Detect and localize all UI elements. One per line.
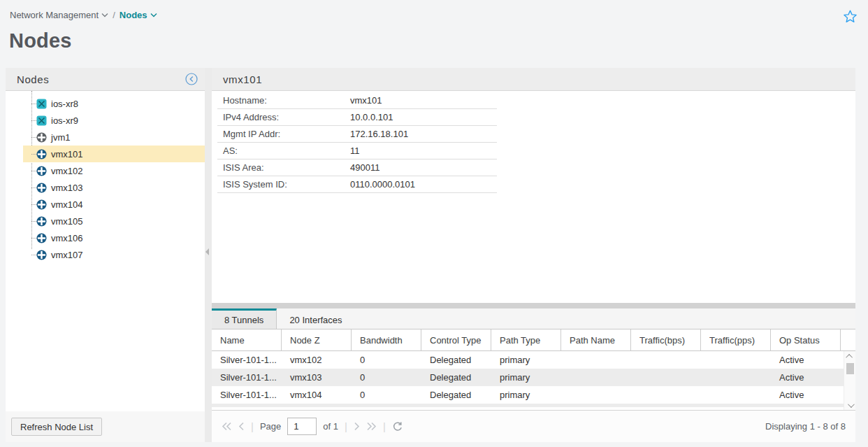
field-row-as: AS: 11 xyxy=(217,143,497,159)
cell-control-type: Delegated xyxy=(421,390,491,400)
field-value: 0110.0000.0101 xyxy=(350,179,415,190)
table-scrollbar[interactable] xyxy=(844,351,855,410)
first-page-icon[interactable] xyxy=(222,422,232,431)
field-label: Hostname: xyxy=(217,95,350,106)
detail-panel-title: vmx101 xyxy=(223,73,262,85)
column-header-traffic-bps[interactable]: Traffic(bps) xyxy=(631,329,701,350)
field-row-isis-system-id: ISIS System ID: 0110.0000.0101 xyxy=(217,176,497,193)
column-header-path-name[interactable]: Path Name xyxy=(561,329,631,350)
breadcrumb-current[interactable]: Nodes xyxy=(120,10,157,20)
refresh-table-icon[interactable] xyxy=(392,421,403,432)
cell-bandwidth: 0 xyxy=(352,372,421,383)
tree-node-vmx103[interactable]: vmx103 xyxy=(6,179,205,196)
juniper-router-icon xyxy=(36,233,47,243)
tree-node-vmx106[interactable]: vmx106 xyxy=(6,229,205,246)
juniper-router-icon xyxy=(36,216,47,227)
horizontal-splitter[interactable] xyxy=(212,303,855,308)
node-detail-panel: vmx101 Hostname: vmx101 IPv4 Address: 10… xyxy=(212,68,855,442)
tree-node-label: vmx105 xyxy=(51,216,83,227)
page-label: Page xyxy=(260,421,281,432)
column-header-traffic-pps[interactable]: Traffic(pps) xyxy=(701,329,771,350)
breadcrumb: Network Management / Nodes xyxy=(10,10,157,20)
cisco-router-icon xyxy=(36,115,47,126)
breadcrumb-parent[interactable]: Network Management xyxy=(10,10,108,20)
tree-node-vmx101[interactable]: vmx101 xyxy=(6,146,205,162)
tree-node-label: ios-xr8 xyxy=(51,99,78,109)
cell-control-type: Delegated xyxy=(421,355,491,365)
tree-node-label: vmx104 xyxy=(51,199,83,210)
last-page-icon[interactable] xyxy=(366,422,377,431)
field-label: ISIS System ID: xyxy=(217,179,350,190)
cell-name: Silver-101-1... xyxy=(212,355,282,365)
field-row-ipv4: IPv4 Address: 10.0.0.101 xyxy=(217,109,497,126)
juniper-router-icon xyxy=(36,199,47,210)
field-label: AS: xyxy=(217,146,350,156)
juniper-router-icon xyxy=(36,166,47,176)
nodes-panel-footer: Refresh Node List xyxy=(6,411,205,442)
page-header: Network Management / Nodes Nodes xyxy=(0,0,868,68)
tree-node-label: vmx101 xyxy=(51,149,83,159)
tree-node-label: vmx106 xyxy=(51,233,83,243)
column-header-op-status[interactable]: Op Status xyxy=(771,329,841,350)
favorite-star-icon[interactable] xyxy=(843,9,858,24)
collapse-panel-icon[interactable] xyxy=(185,73,198,85)
field-row-isis-area: ISIS Area: 490011 xyxy=(217,159,497,176)
prev-page-icon[interactable] xyxy=(238,422,245,431)
chevron-down-icon xyxy=(101,13,108,17)
clipped-table-row xyxy=(212,404,844,407)
juniper-router-icon xyxy=(36,149,47,159)
column-header-path-type[interactable]: Path Type xyxy=(491,329,561,350)
tab-tunnels[interactable]: 8 Tunnels xyxy=(212,308,277,329)
next-page-icon[interactable] xyxy=(354,422,360,431)
tunnels-table-body: Silver-101-1... vmx102 0 Delegated prima… xyxy=(212,351,855,410)
juniper-router-icon xyxy=(36,183,47,193)
toolbar-divider: | xyxy=(383,420,386,432)
scroll-up-icon[interactable] xyxy=(844,351,856,361)
cell-node-z: vmx104 xyxy=(282,390,352,400)
tab-interfaces[interactable]: 20 Interfaces xyxy=(277,308,354,329)
cell-op-status: Active xyxy=(771,390,841,400)
cell-path-type: primary xyxy=(491,390,561,400)
main-content: Nodes ios-xr8 ios-xr9 jvm1 vmx101 xyxy=(6,68,855,442)
column-header-bandwidth[interactable]: Bandwidth xyxy=(352,329,421,350)
displaying-status: Displaying 1 - 8 of 8 xyxy=(765,421,846,432)
field-row-mgmt-ip: Mgmt IP Addr: 172.16.18.101 xyxy=(217,126,497,143)
page-of-label: of 1 xyxy=(323,421,338,432)
breadcrumb-parent-label: Network Management xyxy=(10,10,99,20)
tree-node-jvm1[interactable]: jvm1 xyxy=(6,129,205,146)
tree-node-label: jvm1 xyxy=(51,132,70,143)
cell-name: Silver-101-1... xyxy=(212,390,282,400)
cell-node-z: vmx102 xyxy=(282,355,352,365)
table-row[interactable]: Silver-101-1... vmx102 0 Delegated prima… xyxy=(212,351,855,369)
field-value: 11 xyxy=(350,146,360,156)
page-title: Nodes xyxy=(9,29,72,52)
tree-node-vmx105[interactable]: vmx105 xyxy=(6,213,205,229)
scrollbar-thumb[interactable] xyxy=(846,363,854,374)
toolbar-divider: | xyxy=(345,420,347,432)
table-row[interactable]: Silver-101-1... vmx104 0 Delegated prima… xyxy=(212,386,855,404)
field-value: 172.16.18.101 xyxy=(350,129,408,139)
table-row[interactable]: Silver-101-1... vmx103 0 Delegated prima… xyxy=(212,369,855,386)
tree-node-vmx102[interactable]: vmx102 xyxy=(6,162,205,179)
chevron-down-icon xyxy=(150,13,157,17)
field-value: vmx101 xyxy=(350,95,382,106)
tree-node-ios-xr8[interactable]: ios-xr8 xyxy=(6,95,205,112)
refresh-node-list-button[interactable]: Refresh Node List xyxy=(11,418,102,436)
breadcrumb-current-label: Nodes xyxy=(120,10,147,20)
breadcrumb-separator: / xyxy=(113,10,115,20)
nodes-panel-header: Nodes xyxy=(6,68,205,91)
tree-node-label: vmx107 xyxy=(51,250,83,260)
cell-op-status: Active xyxy=(771,355,841,365)
field-row-hostname: Hostname: vmx101 xyxy=(217,92,497,109)
tree-node-vmx104[interactable]: vmx104 xyxy=(6,196,205,213)
panel-splitter[interactable] xyxy=(205,68,212,442)
cell-node-z: vmx103 xyxy=(282,372,352,383)
tree-node-vmx107[interactable]: vmx107 xyxy=(6,246,205,263)
tree-node-ios-xr9[interactable]: ios-xr9 xyxy=(6,112,205,129)
page-number-input[interactable] xyxy=(287,418,317,435)
column-header-control-type[interactable]: Control Type xyxy=(421,329,491,350)
column-header-name[interactable]: Name xyxy=(212,329,282,350)
cell-name: Silver-101-1... xyxy=(212,372,282,383)
scroll-down-icon[interactable] xyxy=(844,400,856,410)
column-header-node-z[interactable]: Node Z xyxy=(282,329,352,350)
